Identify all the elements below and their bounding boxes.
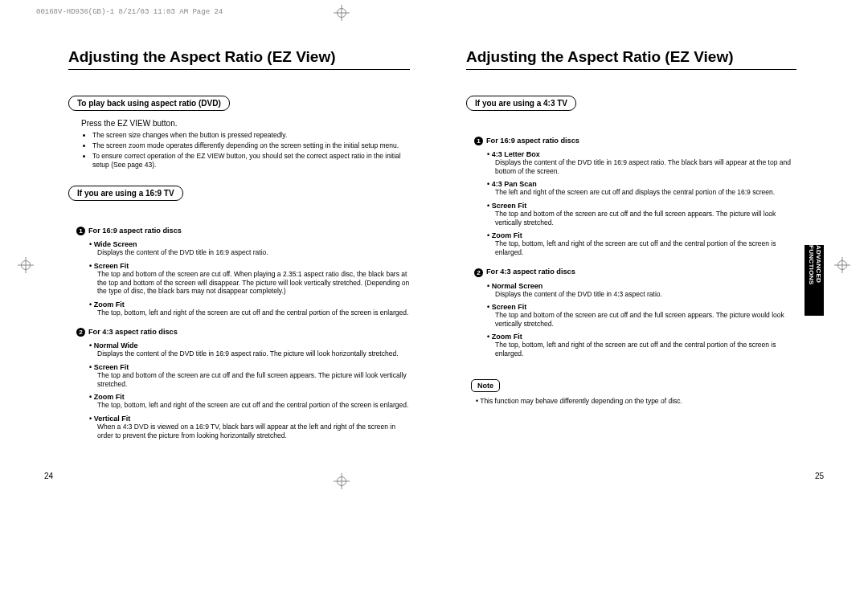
mode-list: 4:3 Letter Box Displays the content of t… <box>487 150 796 256</box>
mode-desc: Displays the content of the DVD title in… <box>495 290 796 299</box>
note-item: The screen zoom mode operates differentl… <box>92 141 410 150</box>
mode-item: Normal Screen Displays the content of th… <box>487 282 796 299</box>
print-header-meta: 00168V-HD936(GB)-1 8/21/03 11:03 AM Page… <box>36 8 223 16</box>
mode-list: Normal Screen Displays the content of th… <box>487 282 796 358</box>
subheading: 2For 4:3 aspect ratio discs <box>474 268 796 276</box>
subheading-text: For 16:9 aspect ratio discs <box>486 137 579 145</box>
note-item: The screen size changes when the button … <box>92 131 410 140</box>
side-tab-advanced-functions: ADVANCED FUNCTIONS <box>805 245 824 316</box>
mode-desc: The top, bottom, left and right of the s… <box>495 341 796 358</box>
mode-label: Zoom Fit <box>487 333 796 341</box>
mode-label: Screen Fit <box>89 262 410 270</box>
page-number: 25 <box>815 472 824 480</box>
mode-item: 4:3 Pan Scan The left and right of the s… <box>487 180 796 197</box>
mode-label: Wide Screen <box>89 240 410 248</box>
mode-item: Screen Fit The top and bottom of the scr… <box>487 303 796 328</box>
mode-label: Vertical Fit <box>89 415 410 423</box>
mode-item: Screen Fit The top and bottom of the scr… <box>89 262 410 296</box>
mode-item: Zoom Fit The top, bottom, left and right… <box>487 231 796 256</box>
note-item: To ensure correct operation of the EZ VI… <box>92 152 410 170</box>
mode-item: Screen Fit The top and bottom of the scr… <box>89 363 410 388</box>
mode-desc: The top and bottom of the screen are cut… <box>495 210 796 227</box>
mode-item: Wide Screen Displays the content of the … <box>89 240 410 257</box>
note-text: This function may behave differently dep… <box>484 397 796 405</box>
circled-number-icon: 1 <box>76 227 85 235</box>
subheading: 2For 4:3 aspect ratio discs <box>76 328 410 337</box>
mode-desc: The top and bottom of the screen are cut… <box>495 311 796 328</box>
mode-label: Normal Screen <box>487 282 796 290</box>
page-left: Adjusting the Aspect Ratio (EZ View) To … <box>44 48 434 484</box>
mode-desc: The top, bottom, left and right of the s… <box>97 401 410 410</box>
mode-desc: Displays the content of the DVD title in… <box>495 158 796 175</box>
subheading-text: For 16:9 aspect ratio discs <box>88 227 182 235</box>
mode-list: Wide Screen Displays the content of the … <box>89 240 410 317</box>
mode-label: Screen Fit <box>487 202 796 210</box>
subheading-text: For 4:3 aspect ratio discs <box>486 268 575 276</box>
mode-desc: Displays the content of the DVD title in… <box>97 248 410 257</box>
page-title: Adjusting the Aspect Ratio (EZ View) <box>68 48 410 70</box>
mode-item: Normal Wide Displays the content of the … <box>89 341 410 358</box>
mode-item: Zoom Fit The top, bottom, left and right… <box>89 300 410 317</box>
page-title: Adjusting the Aspect Ratio (EZ View) <box>466 48 796 70</box>
mode-label: Screen Fit <box>89 363 410 371</box>
mode-desc: When a 4:3 DVD is viewed on a 16:9 TV, b… <box>97 423 410 439</box>
mode-desc: Displays the content of the DVD title in… <box>97 349 410 358</box>
mode-desc: The left and right of the screen are cut… <box>495 188 796 197</box>
subheading-text: For 4:3 aspect ratio discs <box>88 328 178 336</box>
section-box-playback: To play back using aspect ratio (DVD) <box>68 96 230 111</box>
page-right: Adjusting the Aspect Ratio (EZ View) If … <box>434 48 824 484</box>
mode-label: 4:3 Pan Scan <box>487 180 796 188</box>
mode-label: Screen Fit <box>487 303 796 311</box>
section-box-43tv: If you are using a 4:3 TV <box>466 96 576 111</box>
instruction-text: Press the EZ VIEW button. <box>81 119 410 128</box>
mode-label: Zoom Fit <box>89 300 410 309</box>
mode-item: 4:3 Letter Box Displays the content of t… <box>487 150 796 175</box>
instruction-notes: The screen size changes when the button … <box>92 131 410 170</box>
mode-desc: The top, bottom, left and right of the s… <box>495 239 796 256</box>
circled-number-icon: 2 <box>474 268 483 277</box>
subheading: 1For 16:9 aspect ratio discs <box>76 227 410 235</box>
circled-number-icon: 1 <box>474 137 483 145</box>
mode-desc: The top and bottom of the screen are cut… <box>97 371 410 388</box>
mode-label: Zoom Fit <box>487 231 796 239</box>
mode-label: Zoom Fit <box>89 393 410 401</box>
section-box-169tv: If you are using a 16:9 TV <box>68 186 183 201</box>
mode-desc: The top and bottom of the screen are cut… <box>97 270 410 296</box>
page-spread: Adjusting the Aspect Ratio (EZ View) To … <box>0 0 868 613</box>
mode-item: Zoom Fit The top, bottom, left and right… <box>487 333 796 358</box>
note-box: Note <box>471 379 500 392</box>
mode-label: Normal Wide <box>89 341 410 349</box>
mode-label: 4:3 Letter Box <box>487 150 796 158</box>
mode-item: Screen Fit The top and bottom of the scr… <box>487 202 796 227</box>
mode-item: Zoom Fit The top, bottom, left and right… <box>89 393 410 410</box>
page-number: 24 <box>44 472 53 480</box>
mode-item: Vertical Fit When a 4:3 DVD is viewed on… <box>89 415 410 439</box>
mode-list: Normal Wide Displays the content of the … <box>89 341 410 439</box>
circled-number-icon: 2 <box>76 328 85 337</box>
subheading: 1For 16:9 aspect ratio discs <box>474 137 796 145</box>
mode-desc: The top, bottom, left and right of the s… <box>97 309 410 317</box>
